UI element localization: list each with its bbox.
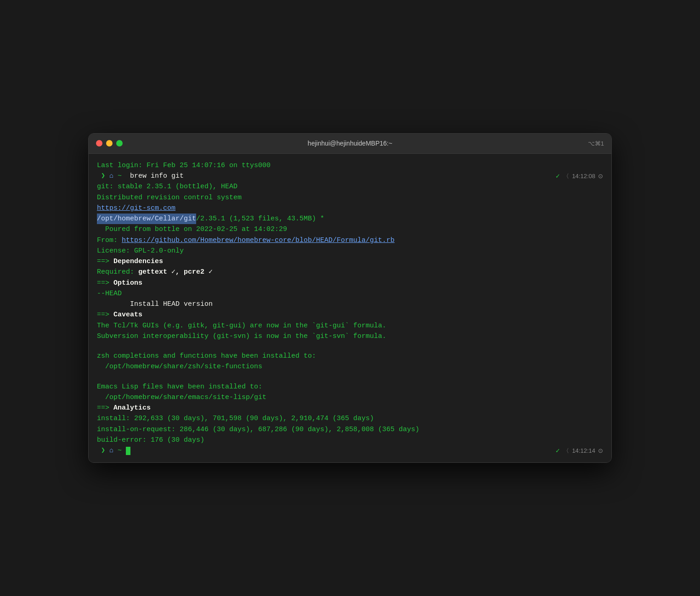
home-icon-2: ⌂ (109, 445, 118, 456)
poured-text: Poured from bottle on 2022-02-25 at 14:0… (97, 224, 287, 235)
analytics-section: ==> Analytics (97, 403, 603, 413)
arrow-cav: ==> (97, 309, 113, 320)
install-head-text: Install HEAD version (97, 299, 213, 309)
chevron-icon-1: ❯ (101, 171, 109, 181)
dep-label: Dependencies (113, 256, 163, 267)
prompt-right-1: ✓ 〈 14:12:08 ⊙ (555, 172, 603, 181)
zsh-path-text: /opt/homebrew/share/zsh/site-functions (97, 361, 262, 372)
zsh-path-line: /opt/homebrew/share/zsh/site-functions (97, 361, 603, 372)
prompt-right-2: ✓ 〈 14:12:14 ⊙ (555, 446, 603, 455)
apple-icon-2 (97, 445, 101, 456)
head-option-text: --HEAD (97, 288, 122, 299)
cellar-path-rest: /2.35.1 (1,523 files, 43.5MB) * (196, 214, 324, 224)
terminal-body[interactable]: Last login: Fri Feb 25 14:07:16 on ttys0… (89, 154, 611, 463)
install-stats-line: install: 292,633 (30 days), 701,598 (90 … (97, 413, 603, 424)
home-icon-1: ⌂ (109, 171, 118, 181)
time-1: 14:12:08 (572, 172, 595, 181)
last-login-text: Last login: Fri Feb 25 14:07:16 on ttys0… (97, 160, 271, 171)
checkmark-1: ✓ (555, 172, 560, 181)
titlebar: hejinhui@hejinhuideMBP16:~ ⌥⌘1 (89, 134, 611, 154)
install-on-request-text: install-on-request: 286,446 (30 days), 6… (97, 424, 419, 435)
path-line: /opt/homebrew/Cellar/git/2.35.1 (1,523 f… (97, 214, 603, 224)
build-error-line: build-error: 176 (30 days) (97, 435, 603, 445)
prompt-left-1: ❯ ⌂ ~ brew info git (97, 171, 184, 181)
chevron-icon-2: ❯ (101, 445, 109, 456)
emacs-path-line: /opt/homebrew/share/emacs/site-lisp/git (97, 392, 603, 403)
tilde-2: ~ (118, 445, 126, 456)
cellar-path-highlighted: /opt/homebrew/Cellar/git (97, 214, 196, 224)
required-packages: gettext ✓, pcre2 ✓ (138, 267, 213, 277)
clock-icon-2: ⊙ (598, 446, 603, 455)
clock-icon-1: ⊙ (598, 172, 603, 181)
svn-line: Subversion interoperability (git-svn) is… (97, 331, 603, 342)
svn-text: Subversion interoperability (git-svn) is… (97, 331, 386, 342)
arrow-opt: ==> (97, 278, 113, 288)
prompt-left-2: ❯ ⌂ ~ (97, 445, 130, 456)
nav-left-1: 〈 (563, 172, 569, 181)
build-error-text: build-error: 176 (30 days) (97, 435, 204, 445)
close-button[interactable] (96, 140, 102, 146)
traffic-lights (96, 140, 123, 146)
terminal-window: hejinhui@hejinhuideMBP16:~ ⌥⌘1 Last logi… (88, 133, 612, 463)
dist-rev-line: Distributed revision control system (97, 192, 603, 203)
window-title: hejinhui@hejinhuideMBP16:~ (308, 140, 392, 147)
required-label: Required: (97, 267, 138, 277)
formula-link[interactable]: https://github.com/Homebrew/homebrew-cor… (122, 235, 395, 246)
keyboard-shortcut: ⌥⌘1 (588, 140, 604, 147)
license-line: License: GPL-2.0-only (97, 246, 603, 256)
git-stable-line: git: stable 2.35.1 (bottled), HEAD (97, 181, 603, 192)
tcl-line: The Tcl/Tk GUIs (e.g. gitk, git-gui) are… (97, 320, 603, 331)
blank-2 (97, 372, 603, 382)
opt-label: Options (113, 278, 142, 288)
maximize-button[interactable] (116, 140, 123, 146)
url-line: https://git-scm.com (97, 203, 603, 214)
options-section: ==> Options (97, 278, 603, 288)
checkmark-2: ✓ (555, 446, 560, 455)
ana-label: Analytics (113, 403, 151, 413)
apple-icon-1 (97, 171, 101, 181)
blank-1 (97, 342, 603, 351)
prompt-line-1: ❯ ⌂ ~ brew info git ✓ 〈 14:12:08 ⊙ (97, 171, 603, 181)
zsh-text: zsh completions and functions have been … (97, 351, 316, 361)
caveats-section: ==> Caveats (97, 309, 603, 320)
minimize-button[interactable] (106, 140, 113, 146)
nav-left-2: 〈 (563, 446, 569, 455)
git-stable-text: git: stable 2.35.1 (bottled), HEAD (97, 181, 237, 192)
head-option-line: --HEAD (97, 288, 603, 299)
dependencies-section: ==> Dependencies (97, 256, 603, 267)
license-text: License: GPL-2.0-only (97, 246, 184, 256)
from-line: From: https://github.com/Homebrew/homebr… (97, 235, 603, 246)
arrow-ana: ==> (97, 403, 113, 413)
cav-label: Caveats (113, 309, 142, 320)
emacs-text: Emacs Lisp files have been installed to: (97, 382, 262, 392)
git-scm-link[interactable]: https://git-scm.com (97, 203, 175, 214)
poured-line: Poured from bottle on 2022-02-25 at 14:0… (97, 224, 603, 235)
install-head-line: Install HEAD version (97, 299, 603, 309)
emacs-path-text: /opt/homebrew/share/emacs/site-lisp/git (97, 392, 266, 403)
prompt-line-2: ❯ ⌂ ~ ✓ 〈 14:12:14 ⊙ (97, 445, 603, 456)
zsh-line: zsh completions and functions have been … (97, 351, 603, 361)
cursor (126, 447, 130, 455)
from-label: From: (97, 235, 122, 246)
emacs-line: Emacs Lisp files have been installed to: (97, 382, 603, 392)
tilde-1: ~ (118, 171, 126, 181)
dist-rev-text: Distributed revision control system (97, 192, 242, 203)
install-stats-text: install: 292,633 (30 days), 701,598 (90 … (97, 413, 374, 424)
install-on-request-line: install-on-request: 286,446 (30 days), 6… (97, 424, 603, 435)
required-line: Required: gettext ✓, pcre2 ✓ (97, 267, 603, 277)
arrow-dep: ==> (97, 256, 113, 267)
command-1: brew info git (126, 171, 184, 181)
tcl-text: The Tcl/Tk GUIs (e.g. gitk, git-gui) are… (97, 320, 386, 331)
last-login-line: Last login: Fri Feb 25 14:07:16 on ttys0… (97, 160, 603, 171)
time-2: 14:12:14 (572, 446, 595, 455)
